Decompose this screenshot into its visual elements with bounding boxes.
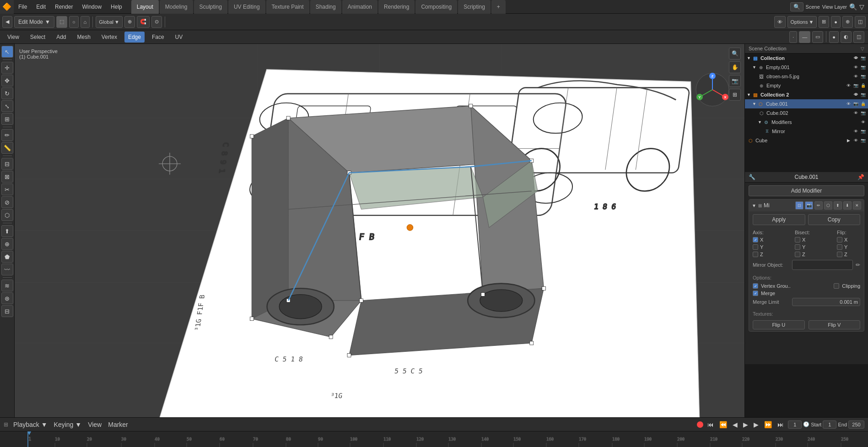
cube002-render-icon[interactable]: 📷 [860, 110, 866, 116]
axis-y-checkbox[interactable] [753, 244, 758, 250]
mirror-object-pick-icon[interactable]: ✏ [856, 262, 860, 268]
overlay-edit-btn[interactable]: ◐ [841, 31, 852, 43]
mod-realtime-icon[interactable]: ⊡ [795, 201, 803, 210]
mod-expand-icon[interactable]: ⬆ [834, 201, 842, 210]
knife-btn[interactable]: ✂ [1, 183, 13, 195]
outliner-item-empty[interactable]: ⊕ Empty 👁 📷 🔒 [745, 81, 868, 90]
measure-tool-btn[interactable]: 📏 [1, 142, 13, 154]
filter-icon[interactable]: ▽ [859, 3, 864, 11]
vertex-group-checkbox[interactable] [753, 283, 758, 289]
cube001-render-icon[interactable]: 📷 [852, 101, 859, 107]
menu-file[interactable]: File [14, 0, 32, 14]
view-mode-btn[interactable]: 👁 [774, 16, 786, 28]
collection-visibility-icon[interactable]: 👁 [852, 55, 859, 61]
timeline-menu-icon[interactable]: ⊞ [4, 421, 8, 428]
viewport[interactable]: User Perspective (1) Cube.001 [15, 44, 744, 417]
tab-compositing[interactable]: Compositing [415, 0, 457, 14]
proportional-btn[interactable]: ⊙ [151, 16, 162, 28]
xray-btn[interactable]: ◫ [855, 16, 866, 28]
mod-close-icon[interactable]: ✕ [853, 201, 861, 210]
expand-sidebar-btn[interactable]: ◀ [2, 16, 12, 28]
prev-keyframe-btn[interactable]: ◀ [731, 421, 739, 428]
prev-frame-btn[interactable]: ⏪ [718, 421, 728, 428]
bisect-y-checkbox[interactable] [795, 244, 800, 250]
axis-x-checkbox[interactable] [753, 237, 758, 242]
tab-sculpting[interactable]: Sculpting [194, 0, 227, 14]
viewport-display-btn[interactable]: ● [829, 31, 839, 43]
outliner-item-modifiers[interactable]: ▼ ⚙ Modifiers 👁 [745, 118, 868, 127]
collection2-render-icon[interactable]: 📷 [860, 92, 866, 98]
vertex-select-mode[interactable]: · [789, 31, 797, 43]
global-dropdown[interactable]: Global ▼ [96, 16, 123, 28]
cube-render-icon[interactable]: 📷 [860, 137, 866, 144]
extrude-btn[interactable]: ⬆ [1, 225, 13, 237]
face-select-mode[interactable]: ▭ [812, 31, 823, 43]
next-keyframe-btn[interactable]: ▶ [752, 421, 760, 428]
outliner-item-citroen-img[interactable]: 🖼 citroen-sm-5.jpg 👁 📷 [745, 72, 868, 81]
cube-expand-icon[interactable]: ▶ [845, 137, 852, 144]
blender-logo-icon[interactable]: 🔶 [0, 0, 14, 14]
cube002-visibility-icon[interactable]: 👁 [852, 110, 859, 116]
relax-btn[interactable]: ⊛ [1, 292, 13, 304]
flip-z-checkbox[interactable] [837, 252, 842, 257]
tab-modeling[interactable]: Modeling [160, 0, 193, 14]
outliner-item-empty001[interactable]: ▼ ⊕ Empty.001 👁 📷 [745, 63, 868, 72]
img-visibility-icon[interactable]: 👁 [852, 73, 859, 80]
outliner-item-cube[interactable]: ⬡ Cube ▶ 👁 📷 [745, 136, 868, 145]
menu-window[interactable]: Window [77, 0, 106, 14]
mode-selector[interactable]: Edit Mode ▼ [14, 16, 54, 28]
mirror-render-icon[interactable]: 📷 [860, 128, 866, 135]
face-btn[interactable]: Face [148, 32, 168, 43]
empty001-visibility-icon[interactable]: 👁 [852, 64, 859, 70]
scale-tool-btn[interactable]: ⤡ [1, 100, 13, 112]
tab-animation[interactable]: Animation [342, 0, 377, 14]
flip-u-btn[interactable]: Flip U [753, 320, 805, 329]
search-icon[interactable]: 🔍 [849, 3, 857, 11]
view-timeline-btn[interactable]: View [86, 421, 103, 428]
edge-select-mode[interactable]: — [799, 31, 810, 43]
outliner-item-collection2[interactable]: ▼ ▤ Collection 2 👁 📷 [745, 90, 868, 99]
img-render-icon[interactable]: 📷 [860, 73, 866, 80]
clipping-checkbox[interactable] [834, 283, 839, 289]
bevel-btn[interactable]: ⬟ [1, 251, 13, 263]
menu-edit[interactable]: Edit [32, 0, 50, 14]
bisect-x-checkbox[interactable] [795, 237, 800, 242]
cursor-tool-btn[interactable]: ✛ [1, 62, 13, 74]
select-lasso-btn[interactable]: ⌂ [81, 16, 90, 28]
loop-cut-btn[interactable]: ⊟ [1, 158, 13, 170]
annotate-tool-btn[interactable]: ✏ [1, 129, 13, 141]
empty-visibility-icon[interactable]: 👁 [845, 82, 852, 89]
outliner-item-cube002[interactable]: ⬡ Cube.002 👁 📷 [745, 108, 868, 118]
empty-extra-icon[interactable]: 🔒 [860, 82, 866, 89]
offset-edge-btn[interactable]: ⊠ [1, 171, 13, 183]
cube001-lock-icon[interactable]: 🔒 [860, 101, 866, 107]
viewport-zoom-btn[interactable]: 🔍 [729, 48, 741, 59]
mod-cage-icon[interactable]: ⬡ [824, 201, 832, 210]
select-circle-btn[interactable]: ○ [69, 16, 79, 28]
flip-y-checkbox[interactable] [837, 244, 842, 250]
select-box-btn[interactable]: ⬚ [56, 16, 67, 28]
tab-scripting[interactable]: Scripting [458, 0, 491, 14]
jump-start-btn[interactable]: ⏮ [706, 421, 715, 428]
tab-uv-editing[interactable]: UV Editing [228, 0, 265, 14]
modifiers-visibility-icon[interactable]: 👁 [860, 119, 866, 125]
empty-render-icon[interactable]: 📷 [852, 82, 859, 89]
pivot-btn[interactable]: ⊕ [124, 16, 135, 28]
overlay-btn[interactable]: ⊕ [842, 16, 853, 28]
flip-v-btn[interactable]: Flip V [809, 320, 861, 329]
move-tool-btn[interactable]: ✥ [1, 75, 13, 86]
scene-selector[interactable]: 🔍 [790, 2, 803, 11]
smooth-btn[interactable]: ≋ [1, 280, 13, 291]
add-modifier-btn[interactable]: Add Modifier [749, 185, 864, 196]
outliner-item-collection[interactable]: ▼ ▤ Collection 👁 📷 [745, 54, 868, 63]
empty001-render-icon[interactable]: 📷 [860, 64, 866, 70]
tab-texture-paint[interactable]: Texture Paint [266, 0, 309, 14]
axis-z-checkbox[interactable] [753, 252, 758, 257]
collection-render-icon[interactable]: 📷 [860, 55, 866, 61]
tab-layout[interactable]: Layout [131, 0, 159, 14]
keying-btn[interactable]: Keying ▼ [53, 421, 83, 428]
slide-btn[interactable]: ⊟ [1, 305, 13, 317]
tab-rendering[interactable]: Rendering [378, 0, 415, 14]
transform-tool-btn[interactable]: ⊞ [1, 113, 13, 125]
inset-btn[interactable]: ⊕ [1, 238, 13, 250]
